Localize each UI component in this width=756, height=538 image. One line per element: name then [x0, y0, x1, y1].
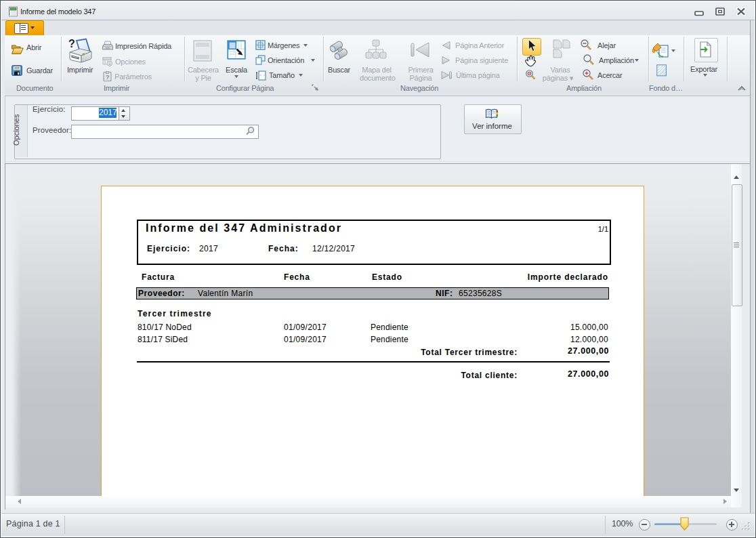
svg-text:?: ?	[106, 74, 110, 81]
svg-text:?: ?	[68, 38, 75, 49]
